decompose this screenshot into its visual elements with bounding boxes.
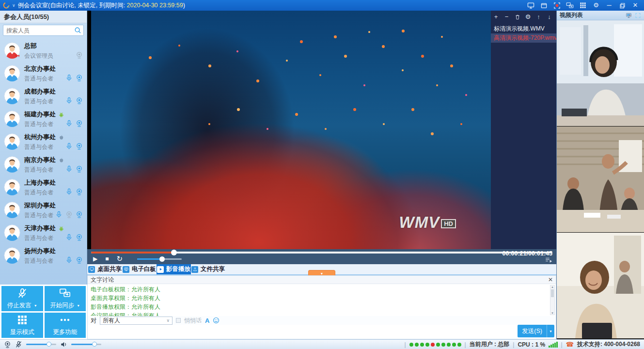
volume-handle[interactable] bbox=[159, 256, 165, 262]
move-up-icon[interactable]: ↑ bbox=[535, 14, 542, 20]
more-functions-button[interactable]: 更多功能 bbox=[45, 313, 86, 338]
mic-icon[interactable] bbox=[65, 188, 73, 195]
record-icon[interactable] bbox=[553, 1, 561, 9]
move-down-icon[interactable]: ↓ bbox=[546, 14, 552, 20]
divider: | bbox=[561, 341, 563, 348]
video-tile-woman-headset[interactable] bbox=[557, 20, 644, 127]
webcam-icon[interactable] bbox=[76, 234, 83, 241]
chat-scrollbar[interactable]: ▲ ▼ bbox=[550, 285, 555, 315]
seek-bar[interactable] bbox=[91, 252, 552, 254]
restore-button[interactable] bbox=[618, 1, 626, 9]
add-media-icon[interactable]: + bbox=[493, 14, 499, 20]
webcam-icon[interactable] bbox=[76, 51, 83, 59]
mic-icon[interactable] bbox=[65, 165, 73, 173]
divider: | bbox=[513, 341, 514, 348]
participant-row[interactable]: 福建办事处 普通与会者 bbox=[0, 108, 87, 130]
speaker-icon[interactable] bbox=[60, 341, 67, 348]
network-screens-icon[interactable] bbox=[566, 1, 574, 9]
mic-muted-icon[interactable] bbox=[15, 341, 22, 348]
scroll-thumb[interactable] bbox=[551, 289, 554, 297]
whisper-checkbox[interactable] bbox=[176, 318, 181, 323]
webcam-icon[interactable] bbox=[76, 188, 83, 195]
speaker-volume-handle[interactable] bbox=[92, 342, 97, 347]
participant-list: 总部 会议管理员 北京办事处 普通与会者 成都办事处 普通与会者 福建办事处 普… bbox=[0, 38, 87, 283]
video-player-area[interactable]: WMV HD + − ⚙ ↑ ↓ 标清演示视频.WMV 高清演示视频-720P.… bbox=[87, 11, 556, 249]
webcam-icon[interactable] bbox=[76, 143, 83, 150]
search-icon[interactable] bbox=[74, 27, 81, 34]
participant-row[interactable]: 天津办事处 普通与会者 bbox=[0, 222, 87, 244]
emoji-icon[interactable] bbox=[213, 317, 220, 324]
stop-button[interactable]: ■ bbox=[105, 255, 109, 263]
video-tile-smiling-woman[interactable] bbox=[557, 233, 644, 339]
send-options-caret[interactable]: ▼ bbox=[547, 325, 554, 337]
participant-row[interactable]: 北京办事处 普通与会者 bbox=[0, 62, 87, 85]
mic-icon[interactable] bbox=[65, 234, 73, 241]
playlist-item-selected[interactable]: 高清演示视频-720P.wmv 删除 bbox=[491, 33, 556, 43]
webcam-icon[interactable] bbox=[76, 256, 83, 264]
tab-media-playback[interactable]: 影音播放 bbox=[157, 264, 191, 274]
recipient-select[interactable]: 所有人 ∨ bbox=[100, 317, 173, 325]
search-input[interactable] bbox=[3, 25, 84, 36]
participant-row[interactable]: 总部 会议管理员 bbox=[0, 39, 87, 62]
avatar bbox=[4, 133, 20, 150]
tab-file-share[interactable]: 文件共享 bbox=[191, 264, 225, 274]
mic-icon[interactable] bbox=[65, 120, 73, 127]
participant-row[interactable]: 上海办事处 普通与会者 bbox=[0, 176, 87, 199]
close-button[interactable]: ✕ bbox=[631, 1, 639, 9]
replay-button[interactable]: ↻ bbox=[116, 255, 123, 263]
webcam-icon[interactable] bbox=[76, 97, 83, 104]
tab-desktop-share[interactable]: 桌面共享 bbox=[88, 264, 122, 274]
scroll-up-icon[interactable]: ▲ bbox=[550, 286, 554, 288]
playlist-settings-icon[interactable]: ⚙ bbox=[525, 14, 531, 20]
webcam-icon[interactable] bbox=[76, 74, 83, 81]
mic-icon[interactable] bbox=[55, 211, 63, 218]
participant-name: 天津办事处 bbox=[24, 224, 56, 233]
caret-down-icon: ▼ bbox=[320, 272, 324, 275]
chat-close-icon[interactable]: ✕ bbox=[548, 277, 553, 283]
volume-slider[interactable] bbox=[137, 258, 182, 260]
playlist-item[interactable]: 标清演示视频.WMV bbox=[491, 24, 556, 33]
webcam-disabled-icon[interactable] bbox=[65, 211, 73, 218]
scroll-down-icon[interactable]: ▼ bbox=[550, 312, 554, 315]
participant-row[interactable]: 南京办事处 普通与会者 bbox=[0, 153, 87, 176]
mic-icon[interactable] bbox=[65, 74, 73, 81]
apps-grid-icon[interactable] bbox=[579, 1, 587, 9]
video-tile-team-meeting[interactable] bbox=[557, 127, 644, 233]
chat-input[interactable] bbox=[88, 325, 556, 339]
avatar bbox=[4, 247, 20, 264]
settings-gear-icon[interactable]: ⚙ bbox=[592, 1, 600, 9]
display-mode-button[interactable]: 显示模式 bbox=[1, 313, 43, 338]
signal-bars-icon bbox=[549, 342, 558, 348]
chat-panel: 文字讨论 ✕ 电子白板权限：允许所有人 桌面共享权限：允许所有人 影音播放权限：… bbox=[87, 275, 556, 339]
stop-speaking-button[interactable]: 停止发言▼ bbox=[1, 286, 43, 311]
screen-share-icon[interactable] bbox=[527, 1, 534, 9]
mic-icon[interactable] bbox=[65, 97, 73, 104]
playlist-toggle-icon[interactable] bbox=[545, 257, 552, 263]
sync-screens-icon bbox=[59, 288, 71, 299]
font-style-button[interactable]: A bbox=[205, 317, 209, 324]
participant-row[interactable]: 扬州办事处 普通与会者 bbox=[0, 244, 87, 267]
participant-row[interactable]: 深圳办事处 普通与会者 bbox=[0, 199, 87, 222]
minimize-button[interactable]: ─ bbox=[605, 1, 613, 9]
trash-icon[interactable] bbox=[514, 14, 520, 20]
mic-volume-handle[interactable] bbox=[47, 342, 51, 347]
speaker-volume-slider[interactable] bbox=[71, 344, 101, 345]
expand-icon[interactable] bbox=[635, 13, 641, 18]
mic-volume-slider[interactable] bbox=[26, 344, 56, 345]
title-caret-icon[interactable]: ∨ bbox=[12, 3, 16, 8]
tab-whiteboard[interactable]: 电子白板 bbox=[122, 264, 157, 274]
play-button[interactable]: ▶ bbox=[93, 255, 97, 263]
webcam-icon[interactable] bbox=[76, 165, 83, 173]
webcam-icon[interactable] bbox=[76, 211, 83, 218]
start-sync-button[interactable]: 开始同步▼ bbox=[45, 286, 86, 311]
send-button[interactable]: 发送(S) bbox=[518, 325, 547, 337]
window-mode-icon[interactable] bbox=[540, 1, 548, 9]
mic-icon[interactable] bbox=[65, 256, 73, 264]
participant-row[interactable]: 成都办事处 普通与会者 bbox=[0, 85, 87, 108]
monitor-mini-icon[interactable] bbox=[626, 13, 632, 18]
mic-icon[interactable] bbox=[65, 143, 73, 150]
remove-media-icon[interactable]: − bbox=[503, 14, 510, 20]
participant-row[interactable]: 杭州办事处 普通与会者 bbox=[0, 130, 87, 153]
webcam-status-icon[interactable] bbox=[4, 341, 11, 348]
webcam-icon[interactable] bbox=[76, 120, 83, 127]
